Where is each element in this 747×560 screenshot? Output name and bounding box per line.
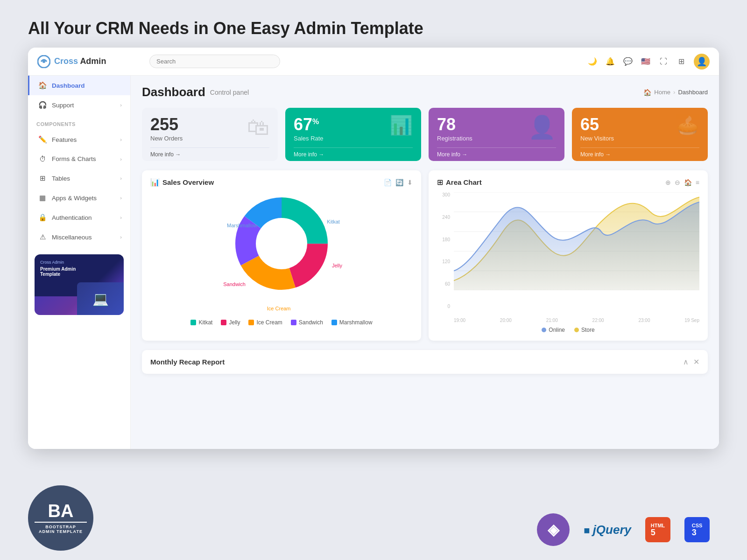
ba-divider [35,522,87,523]
y-label-120: 120 [437,259,450,264]
grid-icon: ⊞ [437,178,443,187]
stat-more-vis[interactable]: More info → [580,147,699,161]
stat-percent: % [312,118,319,126]
content-header: Dashboard Control panel 🏠 Home › Dashboa… [142,85,708,99]
sales-overview-title: Sales Overview [162,178,214,186]
sidebar-label-auth: Authentication [52,214,92,221]
stat-card-new-orders: 255 New Orders 🛍 More info → [142,108,278,161]
stat-text-vis: 65 New Visitors [580,116,614,142]
main-layout: 🏠 Dashboard 🎧 Support › Components ✏️ Fe… [28,76,719,449]
sidebar-item-tables[interactable]: ⊞ Tables › [28,168,130,188]
chart-actions: 📄 🔄 ⬇ [384,179,413,186]
area-chart-yaxis: 300 240 180 120 60 0 [437,192,452,309]
stat-number-vis: 65 [580,116,614,133]
css3-badge: CSS 3 [684,517,710,542]
jelly-dot [221,320,226,325]
promo-laptop-icon: 💻 [77,282,124,315]
notifications-icon[interactable]: 🔔 [605,56,615,67]
y-label-300: 300 [437,192,450,197]
download-icon[interactable]: 📄 [384,179,392,186]
stat-more-orders[interactable]: More info → [150,147,269,161]
stat-number-orders: 255 [150,116,183,133]
pointer-marshmallow: Marshmallow [227,223,257,228]
area-chart-xaxis: 19:00 20:00 21:00 22:00 23:00 19 Sep [454,318,699,323]
arrow-icon-misc: › [120,234,122,240]
fullscreen-icon[interactable]: ⛶ [658,56,669,67]
sidebar-item-forms-charts[interactable]: ⏱ Forms & Charts › [28,149,130,168]
monthly-recap-card: Monthly Recap Report ∧ ✕ [142,350,708,374]
stat-label-orders: New Orders [150,135,183,142]
pointer-icecream: Ice Cream [267,306,291,311]
x-label-2300: 23:00 [638,318,650,323]
search-input[interactable] [149,55,280,68]
y-label-180: 180 [437,237,450,242]
stat-more-reg[interactable]: More info → [437,147,556,161]
forms-icon: ⏱ [38,155,47,163]
sidebar-item-authentication[interactable]: 🔒 Authentication › [28,208,130,227]
sidebar-label-support: Support [52,102,74,109]
flag-icon[interactable]: 🇺🇸 [641,56,651,67]
browser-window: Cross Admin 🌙 🔔 💬 🇺🇸 ⛶ ⊞ 👤 🏠 Dashboard 🎧 [28,48,719,449]
breadcrumb-home-icon: 🏠 [643,89,651,96]
close-icon[interactable]: ✕ [693,357,699,366]
bar-chart-icon: 📊 [150,178,160,187]
topbar-icons: 🌙 🔔 💬 🇺🇸 ⛶ ⊞ 👤 [587,54,710,70]
sidebar-label-apps: Apps & Widgets [52,195,97,202]
stat-icon-sales: 📊 [389,114,413,136]
x-label-2100: 21:00 [546,318,558,323]
menu-chart-icon[interactable]: ≡ [696,179,699,186]
sidebar-section-components: Components [28,115,130,130]
dark-mode-icon[interactable]: 🌙 [587,56,598,67]
support-icon: 🎧 [38,101,47,109]
arrow-icon-forms: › [120,156,122,162]
stat-text-sales: 67% Sales Rate [294,116,324,142]
stat-label-reg: Registrations [437,135,472,142]
area-chart-legend: Online Store [437,327,699,333]
svg-point-1 [42,60,45,63]
sandwich-label: Sandwich [299,319,323,326]
breadcrumb-home-label: Home [654,89,670,96]
zoom-out-icon[interactable]: ⊖ [675,179,680,186]
store-dot [574,328,579,332]
x-label-1900: 19:00 [454,318,465,323]
stat-card-top-vis: 65 New Visitors 🥧 [580,116,699,142]
legend-online: Online [542,327,565,333]
arrow-icon-apps: › [120,195,122,201]
recap-actions: ∧ ✕ [683,357,699,366]
sidebar-item-apps-widgets[interactable]: ▦ Apps & Widgets › [28,188,130,208]
sidebar-item-features[interactable]: ✏️ Features › [28,130,130,149]
y-label-60: 60 [437,281,450,287]
area-chart-title: Area Chart [446,178,482,186]
collapse-icon[interactable]: ∧ [683,357,689,366]
apps-icon: ▦ [38,194,47,202]
user-avatar[interactable]: 👤 [694,54,710,70]
x-label-2000: 20:00 [500,318,512,323]
sidebar-label-tables: Tables [52,175,70,182]
ba-subtitle: BOOTSTRAPADMIN TEMPLATE [39,525,83,534]
messages-icon[interactable]: 💬 [623,56,633,67]
breadcrumb-current: Dashboard [678,89,708,96]
stat-more-sales[interactable]: More info → [294,147,413,161]
stat-label-vis: New Visitors [580,135,614,142]
logo-text: Cross Admin [54,56,106,66]
kitkat-dot [190,320,196,325]
home-chart-icon[interactable]: 🏠 [684,179,692,186]
sidebar-promo: Cross Admin Premium AdminTemplate 💻 [35,254,124,315]
stat-card-visitors: 65 New Visitors 🥧 More info → [572,108,708,161]
breadcrumb-separator: › [673,89,675,96]
stat-text-reg: 78 Registrations [437,116,472,142]
content-area: Dashboard Control panel 🏠 Home › Dashboa… [131,76,719,449]
dashboard-subtitle: Control panel [210,89,249,96]
sidebar-item-miscellaneous[interactable]: ⚠ Miscellaneous › [28,227,130,247]
arrow-icon-features: › [120,137,122,142]
area-chart-actions: ⊕ ⊖ 🏠 ≡ [665,179,699,186]
sidebar-item-support[interactable]: 🎧 Support › [28,95,130,115]
refresh-icon[interactable]: 🔄 [395,179,403,186]
save-icon[interactable]: ⬇ [407,179,413,186]
sidebar-item-dashboard[interactable]: 🏠 Dashboard [28,76,130,95]
more-info-sales: More info → [294,151,324,158]
settings-icon[interactable]: ⊞ [676,56,686,67]
tables-icon: ⊞ [38,174,47,182]
sales-overview-card: 📊 Sales Overview 📄 🔄 ⬇ Marshmallow Kit [142,170,421,341]
zoom-in-icon[interactable]: ⊕ [665,179,671,186]
